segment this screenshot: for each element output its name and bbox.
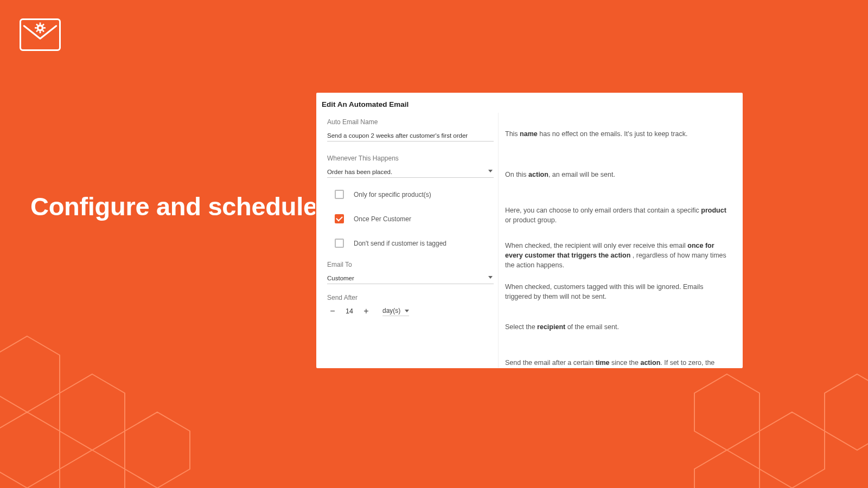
once-per-customer-label: Once Per Customer <box>354 215 411 223</box>
help-column: This name has no effect on the emails. I… <box>498 113 743 368</box>
tagged-label: Don't send if customer is tagged <box>354 240 446 247</box>
name-label: Auto Email Name <box>327 118 498 126</box>
svg-rect-4 <box>35 27 37 29</box>
emailto-dropdown[interactable]: Customer <box>327 272 494 284</box>
svg-marker-13 <box>125 412 190 488</box>
svg-marker-11 <box>60 374 125 450</box>
svg-point-1 <box>39 27 41 29</box>
svg-rect-2 <box>40 23 41 25</box>
trigger-label: Whenever This Happens <box>327 155 498 162</box>
unit-dropdown[interactable]: day(s) <box>382 307 409 316</box>
decrement-button[interactable]: − <box>327 306 338 317</box>
hex-decoration <box>0 304 233 488</box>
specific-product-checkbox[interactable] <box>335 190 344 199</box>
once-per-customer-checkbox[interactable] <box>335 214 344 223</box>
svg-marker-10 <box>0 336 60 412</box>
svg-rect-5 <box>43 27 46 29</box>
svg-marker-12 <box>0 412 60 488</box>
tagged-checkbox[interactable] <box>335 239 344 248</box>
svg-rect-3 <box>40 31 41 34</box>
increment-button[interactable]: + <box>361 306 372 317</box>
trigger-dropdown[interactable]: Order has been placed. <box>327 165 494 178</box>
svg-marker-15 <box>694 374 760 450</box>
svg-marker-14 <box>60 450 125 488</box>
edit-email-panel: Edit An Automated Email Auto Email Name … <box>315 92 744 369</box>
panel-title: Edit An Automated Email <box>316 93 743 113</box>
specific-product-label: Only for specific product(s) <box>354 191 431 198</box>
app-logo <box>20 18 61 51</box>
name-input[interactable] <box>327 129 494 142</box>
svg-marker-16 <box>760 412 825 488</box>
svg-marker-18 <box>825 374 868 450</box>
sendafter-value: 14 <box>344 307 354 315</box>
emailto-label: Email To <box>327 261 498 268</box>
form-column: Auto Email Name Whenever This Happens Or… <box>316 113 498 368</box>
sendafter-label: Send After <box>327 294 498 301</box>
svg-marker-17 <box>694 450 760 488</box>
envelope-gear-icon <box>21 20 59 49</box>
